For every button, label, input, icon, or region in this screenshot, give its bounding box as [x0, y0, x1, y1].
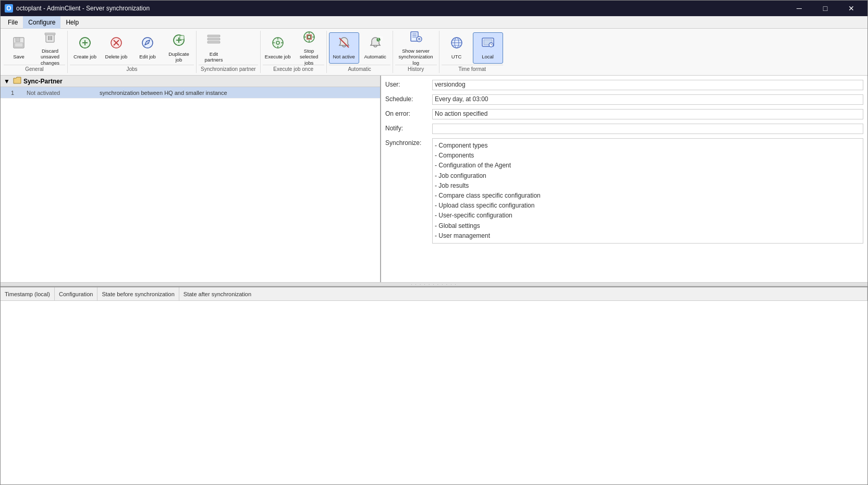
discard-button[interactable]: Discard unsaved changes [35, 32, 65, 64]
svg-rect-24 [207, 38, 220, 40]
show-log-button[interactable]: Show server synchronization log [395, 32, 437, 64]
toolbar-group-automatic-label: Automatic [329, 65, 390, 73]
table-row[interactable]: 1 Not activated synchronization between … [1, 87, 380, 99]
toolbar-group-sync-partner-label: Synchronization partner [199, 65, 258, 73]
delete-job-button[interactable]: Delete job [101, 32, 131, 64]
toolbar-general-buttons: Save Discard unsaved changes [4, 31, 65, 65]
sync-item: - Component types [435, 141, 861, 151]
toolbar-jobs-buttons: Create job Delete job [70, 31, 194, 65]
save-button[interactable]: Save [4, 32, 34, 64]
svg-rect-22 [180, 35, 184, 40]
on-error-field-row: On error: No action specified [385, 109, 863, 120]
synchronize-field-row: Synchronize: - Component types- Componen… [385, 138, 863, 275]
svg-text:⏱: ⏱ [377, 35, 383, 43]
toolbar-group-time-format-label: Time format [442, 65, 503, 73]
toolbar-group-general: Save Discard unsaved changes [2, 31, 68, 73]
log-header: Timestamp (local) Configuration State be… [1, 287, 867, 301]
maximize-button[interactable]: □ [813, 1, 837, 16]
toolbar-group-time-format: UTC Local Time format [439, 31, 505, 73]
user-field-row: User: versiondog [385, 80, 863, 91]
duplicate-job-button[interactable]: Duplicate job [164, 32, 194, 64]
log-col-state-after[interactable]: State after synchronization [179, 287, 867, 300]
execute-job-button[interactable]: Execute job [263, 32, 293, 64]
toolbar-group-history: Show server synchronization log History [393, 31, 439, 73]
not-active-label: Not active [333, 54, 355, 59]
show-log-icon [409, 30, 423, 46]
user-value: versiondog [432, 80, 863, 90]
toolbar-sync-partner-buttons: Edit partners [199, 31, 258, 65]
sync-item: - Global settings [435, 221, 861, 231]
schedule-value: Every day, at 03:00 [432, 94, 863, 105]
schedule-field-row: Schedule: Every day, at 03:00 [385, 94, 863, 106]
synchronize-label: Synchronize: [385, 138, 432, 147]
svg-rect-1 [16, 38, 20, 42]
duplicate-job-label: Duplicate job [165, 51, 192, 63]
sync-item: - Compare class specific configuration [435, 191, 861, 201]
tree-expand-icon[interactable]: ▼ [4, 78, 10, 85]
menu-file[interactable]: File [3, 16, 23, 29]
local-button[interactable]: Local [473, 32, 503, 64]
sync-item: - User management [435, 231, 861, 241]
sync-item: - Job configuration [435, 171, 861, 181]
svg-rect-4 [45, 33, 55, 35]
title-bar-controls: ─ □ ✕ [787, 1, 863, 16]
app-icon: O [5, 4, 13, 13]
edit-job-button[interactable]: Edit job [132, 32, 163, 64]
toolbar-automatic-buttons: Not active ⏱ Automatic [329, 31, 390, 65]
utc-button[interactable]: UTC [442, 32, 472, 64]
schedule-label: Schedule: [385, 94, 432, 103]
toolbar-group-history-label: History [395, 65, 437, 73]
content-area: ▼ Sync-Partner 1 Not activated synchroni… [1, 76, 867, 484]
log-col-configuration[interactable]: Configuration [55, 287, 97, 300]
minimize-button[interactable]: ─ [787, 1, 811, 16]
utc-label: UTC [451, 54, 462, 59]
on-error-value: No action specified [432, 109, 863, 119]
sync-item: - Upload class specific configuration [435, 201, 861, 211]
automatic-button[interactable]: ⏱ Automatic [360, 32, 390, 64]
left-panel: ▼ Sync-Partner 1 Not activated synchroni… [1, 76, 381, 282]
not-active-button[interactable]: Not active [329, 32, 359, 64]
edit-job-label: Edit job [139, 54, 156, 59]
not-active-icon [337, 35, 351, 52]
edit-partners-button[interactable]: Edit partners [199, 32, 229, 64]
toolbar-time-format-buttons: UTC Local [442, 31, 503, 65]
title-bar-text: octoplant - AdminClient - Server synchro… [16, 5, 150, 12]
row-description: synchronization between HQ and smaller i… [100, 90, 227, 96]
tree-folder-icon [13, 77, 21, 86]
duplicate-job-icon [172, 33, 186, 50]
edit-partners-icon [206, 33, 221, 50]
user-label: User: [385, 80, 432, 88]
discard-icon [43, 30, 57, 46]
notify-label: Notify: [385, 124, 432, 132]
menu-configure[interactable]: Configure [23, 16, 60, 29]
log-body [1, 301, 867, 484]
toolbar-group-automatic: Not active ⏱ Automatic Automatic [327, 31, 393, 73]
log-col-timestamp[interactable]: Timestamp (local) [1, 287, 55, 300]
title-bar: O octoplant - AdminClient - Server synch… [1, 1, 867, 16]
notify-field-row: Notify: [385, 124, 863, 135]
stop-jobs-button[interactable]: Stop selected jobs [294, 32, 324, 64]
synchronize-list: - Component types- Components- Configura… [432, 138, 863, 244]
app-window: O octoplant - AdminClient - Server synch… [0, 0, 868, 485]
sync-item: - Job results [435, 181, 861, 191]
create-job-button[interactable]: Create job [70, 32, 100, 64]
automatic-label: Automatic [364, 54, 386, 59]
bottom-section: Timestamp (local) Configuration State be… [1, 286, 867, 484]
menu-help[interactable]: Help [60, 16, 84, 29]
svg-rect-25 [207, 41, 220, 43]
toolbar-group-general-label: General [4, 65, 65, 73]
sync-item: - Configuration of the Agent [435, 161, 861, 171]
toolbar-history-buttons: Show server synchronization log [395, 31, 437, 65]
log-col-state-before[interactable]: State before synchronization [97, 287, 179, 300]
notify-value[interactable] [432, 124, 863, 134]
local-icon [481, 35, 495, 52]
resize-handle[interactable]: · · · · · · · · · · · [1, 282, 867, 286]
close-button[interactable]: ✕ [839, 1, 863, 16]
stop-jobs-label: Stop selected jobs [296, 48, 323, 66]
toolbar-group-sync-partner: Edit partners Synchronization partner [197, 31, 261, 73]
stop-jobs-icon [302, 30, 316, 46]
create-job-icon [78, 35, 92, 52]
save-icon [11, 35, 26, 52]
row-status: Not activated [27, 90, 100, 96]
edit-partners-label: Edit partners [200, 51, 227, 63]
